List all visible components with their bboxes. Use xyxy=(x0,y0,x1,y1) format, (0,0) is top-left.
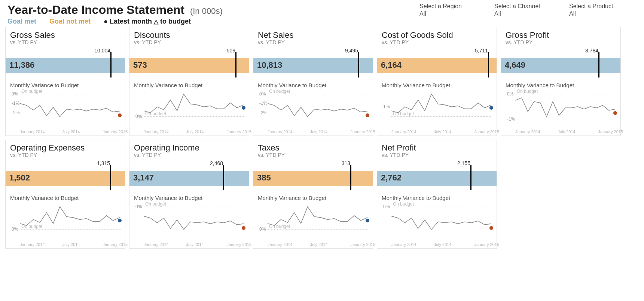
metric-title: Discounts xyxy=(134,30,244,40)
x-tick: January 2015 xyxy=(350,130,375,134)
filter-value[interactable]: All xyxy=(419,10,472,17)
actual-value: 2,762 xyxy=(381,173,402,183)
filter-0[interactable]: Select a RegionAll xyxy=(419,3,472,17)
card-opex[interactable]: Operating Expensesvs. YTD PY1,3151,502Mo… xyxy=(5,140,125,249)
x-tick: January 2015 xyxy=(350,242,375,247)
x-tick: January 2015 xyxy=(103,130,128,134)
x-tick: January 2014 xyxy=(144,130,169,134)
x-tick: July 2014 xyxy=(434,242,451,247)
filters: Select a RegionAllSelect a ChannelAllSel… xyxy=(419,3,637,17)
target-value: 2,468 xyxy=(210,160,223,166)
dashboard-header: Year-to-Date Income Statement (In 000s) … xyxy=(0,0,644,27)
card-net_sales[interactable]: Net Salesvs. YTD PY9,49510,813Monthly Va… xyxy=(253,27,373,136)
metric-title: Taxes xyxy=(258,143,368,153)
card-cogs[interactable]: Cost of Goods Soldvs. YTD PY5,7116,164Mo… xyxy=(377,27,497,136)
x-tick: January 2014 xyxy=(20,242,45,247)
legend: Goal met Goal not met ● Latest month △ t… xyxy=(7,18,419,25)
card-discounts[interactable]: Discountsvs. YTD PY509573Monthly Varianc… xyxy=(129,27,249,136)
sparkline-chart[interactable]: 0%On budgetJanuary 2014July 2014January … xyxy=(9,202,122,247)
filter-label: Select a Product xyxy=(569,3,622,10)
x-tick: January 2015 xyxy=(598,130,623,134)
sparkline-path xyxy=(391,94,491,113)
actual-value: 1,502 xyxy=(9,173,30,183)
metric-subtitle: vs. YTD PY xyxy=(10,152,120,158)
metric-subtitle: vs. YTD PY xyxy=(382,39,492,45)
metric-subtitle: vs. YTD PY xyxy=(258,152,368,158)
x-tick: July 2014 xyxy=(310,242,327,247)
sparkline-path xyxy=(391,216,491,229)
sparkline-chart[interactable]: 0%On budget-1%-2%January 2014July 2014Ja… xyxy=(256,89,370,134)
bullet-chart[interactable]: 2,4683,147 xyxy=(129,160,249,192)
latest-point-icon xyxy=(242,226,245,230)
bullet-chart[interactable]: 2,1552,762 xyxy=(377,160,497,192)
filter-2[interactable]: Select a ProductAll xyxy=(569,3,622,17)
latest-point-icon xyxy=(118,113,122,117)
filter-value[interactable]: All xyxy=(569,10,622,17)
target-value: 1,315 xyxy=(97,160,110,166)
card-gross_profit[interactable]: Gross Profitvs. YTD PY3,7844,649Monthly … xyxy=(501,27,621,136)
variance-title: Monthly Variance to Budget xyxy=(253,192,373,202)
x-tick: July 2014 xyxy=(310,130,327,134)
metric-subtitle: vs. YTD PY xyxy=(134,152,244,158)
filter-value[interactable]: All xyxy=(494,10,547,17)
metric-title: Cost of Goods Sold xyxy=(382,30,492,40)
x-tick: July 2014 xyxy=(558,130,575,134)
sparkline-chart[interactable]: 0%On budgetJanuary 2014July 2014January … xyxy=(256,202,370,247)
metric-title: Net Profit xyxy=(382,143,492,153)
metric-title: Gross Sales xyxy=(10,30,120,40)
x-tick: January 2014 xyxy=(144,242,169,247)
actual-value: 573 xyxy=(133,60,147,70)
sparkline-chart[interactable]: 0%On budgetJanuary 2014July 2014January … xyxy=(132,202,246,247)
variance-title: Monthly Variance to Budget xyxy=(6,192,125,202)
sparkline-chart[interactable]: 0%On budget-1%-2%January 2014July 2014Ja… xyxy=(9,89,122,134)
card-op_income[interactable]: Operating Incomevs. YTD PY2,4683,147Mont… xyxy=(129,140,249,249)
x-tick: January 2014 xyxy=(20,130,45,134)
target-value: 3,784 xyxy=(585,48,598,54)
actual-bar xyxy=(253,171,373,186)
card-gross_sales[interactable]: Gross Salesvs. YTD PY10,00411,386Monthly… xyxy=(5,27,125,136)
metric-title: Operating Expenses xyxy=(10,143,120,153)
card-net_profit[interactable]: Net Profitvs. YTD PY2,1552,762Monthly Va… xyxy=(377,140,497,249)
actual-bar xyxy=(129,58,249,73)
sparkline-chart[interactable]: 0%On budget-1%January 2014July 2014Janua… xyxy=(504,89,617,134)
bullet-chart[interactable]: 509573 xyxy=(129,48,249,80)
variance-title: Monthly Variance to Budget xyxy=(129,80,249,89)
variance-title: Monthly Variance to Budget xyxy=(377,80,497,89)
x-tick: January 2014 xyxy=(391,242,416,247)
metric-subtitle: vs. YTD PY xyxy=(134,39,244,45)
x-tick: January 2014 xyxy=(391,130,416,134)
bullet-chart[interactable]: 1,3151,502 xyxy=(6,160,125,192)
filter-1[interactable]: Select a ChannelAll xyxy=(494,3,547,17)
bullet-chart[interactable]: 10,00411,386 xyxy=(6,48,125,80)
sparkline-chart[interactable]: On budget1%January 2014July 2014January … xyxy=(380,89,494,134)
bullet-chart[interactable]: 5,7116,164 xyxy=(377,48,497,80)
x-tick: January 2015 xyxy=(103,242,128,247)
x-tick: January 2015 xyxy=(226,130,251,134)
bullet-chart[interactable]: 9,49510,813 xyxy=(253,48,373,80)
sparkline-chart[interactable]: 0%On budgetJanuary 2014July 2014January … xyxy=(380,202,494,247)
target-marker xyxy=(598,52,599,77)
latest-point-icon xyxy=(366,113,369,117)
latest-point-icon xyxy=(489,226,493,230)
metric-subtitle: vs. YTD PY xyxy=(10,39,120,45)
target-value: 9,495 xyxy=(345,48,358,54)
x-tick: July 2014 xyxy=(186,242,204,247)
latest-point-icon xyxy=(613,111,617,115)
actual-value: 6,164 xyxy=(381,60,402,70)
x-tick: January 2015 xyxy=(474,130,499,134)
sparkline-chart[interactable]: 0%On budgetJanuary 2014July 2014January … xyxy=(132,89,246,134)
sparkline-path xyxy=(20,207,120,225)
target-marker xyxy=(235,52,236,77)
actual-value: 11,386 xyxy=(9,60,34,70)
bullet-chart[interactable]: 3,7844,649 xyxy=(501,48,620,80)
card-taxes[interactable]: Taxesvs. YTD PY313385Monthly Variance to… xyxy=(253,140,373,249)
sparkline-path xyxy=(268,103,367,116)
target-value: 313 xyxy=(342,160,350,166)
latest-point-icon xyxy=(489,106,493,110)
metric-subtitle: vs. YTD PY xyxy=(506,39,616,45)
variance-title: Monthly Variance to Budget xyxy=(129,192,249,202)
target-marker xyxy=(488,52,489,77)
page-title: Year-to-Date Income Statement xyxy=(7,3,184,16)
variance-title: Monthly Variance to Budget xyxy=(6,80,125,89)
bullet-chart[interactable]: 313385 xyxy=(253,160,373,192)
